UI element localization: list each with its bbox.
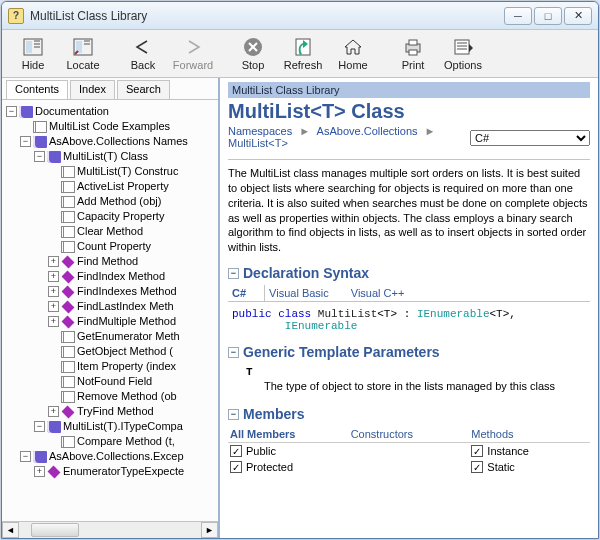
content-pane: MultiList Class Library MultiList<T> Cla… [220, 78, 598, 538]
tree-item[interactable]: +Find Method [48, 254, 138, 269]
book-open-icon [47, 421, 61, 433]
refresh-button[interactable]: Refresh [280, 36, 326, 71]
back-arrow-icon [132, 36, 154, 58]
param-name: T [246, 366, 590, 378]
print-button[interactable]: Print [390, 36, 436, 71]
crumb-current: MultiList<T> [228, 137, 288, 149]
collapse-icon[interactable]: − [228, 347, 239, 358]
svg-rect-1 [26, 41, 32, 53]
page-icon [61, 241, 75, 253]
tree-item[interactable]: Capacity Property [48, 209, 164, 224]
hide-button[interactable]: Hide [10, 36, 56, 71]
forward-arrow-icon [182, 36, 204, 58]
crumb-namespaces[interactable]: Namespaces [228, 125, 292, 137]
tree-item[interactable]: Remove Method (ob [48, 389, 177, 404]
tree-item[interactable]: GetObject Method ( [48, 344, 173, 359]
tree-item[interactable]: Clear Method [48, 224, 143, 239]
section-members[interactable]: − Members [228, 406, 590, 422]
tree-item[interactable]: +FindLastIndex Meth [48, 299, 174, 314]
tree-item[interactable]: MultiList Code Examples [20, 119, 170, 134]
content-header-bar: MultiList Class Library [228, 82, 590, 98]
tree-item[interactable]: −AsAbove.Collections.Excep [20, 449, 184, 464]
page-icon [61, 196, 75, 208]
members-tab-all[interactable]: All Members [228, 426, 349, 442]
tab-index[interactable]: Index [70, 80, 115, 99]
page-icon [61, 376, 75, 388]
diamond-icon [62, 315, 75, 328]
book-open-icon [33, 451, 47, 463]
scroll-left-button[interactable]: ◄ [2, 522, 19, 538]
diamond-icon [48, 465, 61, 478]
tree-item[interactable]: +FindMultiple Method [48, 314, 176, 329]
page-icon [61, 346, 75, 358]
diamond-icon [62, 255, 75, 268]
tree-item[interactable]: −MultiList(T) Class [34, 149, 148, 164]
svg-rect-14 [455, 40, 469, 54]
members-tab-methods[interactable]: Methods [469, 426, 590, 442]
diamond-icon [62, 405, 75, 418]
tree-item[interactable]: −AsAbove.Collections Names [20, 134, 188, 149]
scroll-thumb[interactable] [31, 523, 79, 537]
collapse-icon[interactable]: − [228, 409, 239, 420]
svg-rect-12 [409, 40, 417, 45]
tree-item[interactable]: NotFound Field [48, 374, 152, 389]
language-select[interactable]: C# [470, 130, 590, 146]
checkbox-protected[interactable]: ✓ [230, 461, 242, 473]
print-icon [402, 36, 424, 58]
tab-contents[interactable]: Contents [6, 80, 68, 99]
checkbox-static[interactable]: ✓ [471, 461, 483, 473]
tree-item[interactable]: MultiList(T) Construc [48, 164, 178, 179]
refresh-icon [292, 36, 314, 58]
tree-item[interactable]: Count Property [48, 239, 151, 254]
diamond-icon [62, 270, 75, 283]
tree-root[interactable]: −Documentation [6, 104, 109, 119]
horizontal-scrollbar[interactable]: ◄ ► [2, 521, 218, 538]
options-icon [452, 36, 474, 58]
stop-button[interactable]: Stop [230, 36, 276, 71]
langtab-vb[interactable]: Visual Basic [265, 285, 347, 301]
back-button[interactable]: Back [120, 36, 166, 71]
tree-item[interactable]: +TryFind Method [48, 404, 154, 419]
breadcrumb: Namespaces ► AsAbove.Collections ► Multi… [228, 123, 470, 153]
close-button[interactable]: ✕ [564, 7, 592, 25]
page-icon [61, 181, 75, 193]
options-button[interactable]: Options [440, 36, 486, 71]
scroll-right-button[interactable]: ► [201, 522, 218, 538]
members-tab-ctors[interactable]: Constructors [349, 426, 470, 442]
section-declaration[interactable]: − Declaration Syntax [228, 265, 590, 281]
help-app-icon [8, 8, 24, 24]
checkbox-instance[interactable]: ✓ [471, 445, 483, 457]
class-description: The MultiList class manages multiple sor… [228, 166, 590, 255]
tree-item[interactable]: Item Property (index [48, 359, 176, 374]
home-button[interactable]: Home [330, 36, 376, 71]
locate-icon [72, 36, 94, 58]
tree-item[interactable]: +FindIndex Method [48, 269, 165, 284]
langtab-vcpp[interactable]: Visual C++ [347, 285, 423, 301]
page-icon [33, 121, 47, 133]
tree-item[interactable]: Add Method (obj) [48, 194, 161, 209]
section-generic-params[interactable]: − Generic Template Parameters [228, 344, 590, 360]
home-icon [342, 36, 364, 58]
book-open-icon [47, 151, 61, 163]
tree-item[interactable]: +FindIndexes Method [48, 284, 177, 299]
checkbox-public[interactable]: ✓ [230, 445, 242, 457]
nav-tabs: Contents Index Search [2, 78, 218, 100]
chevron-right-icon: ► [421, 125, 440, 137]
forward-button[interactable]: Forward [170, 36, 216, 71]
minimize-button[interactable]: ─ [504, 7, 532, 25]
titlebar: MultiList Class Library ─ □ ✕ [2, 2, 598, 30]
contents-tree[interactable]: −Documentation MultiList Code Examples −… [2, 100, 218, 521]
tree-item[interactable]: −MultiList(T).ITypeCompa [34, 419, 183, 434]
locate-button[interactable]: Locate [60, 36, 106, 71]
tree-item[interactable]: +EnumeratorTypeExpecte [34, 464, 184, 479]
tree-item[interactable]: Compare Method (t, [48, 434, 175, 449]
tree-item[interactable]: GetEnumerator Meth [48, 329, 180, 344]
crumb-collection[interactable]: AsAbove.Collections [317, 125, 418, 137]
tree-item[interactable]: ActiveList Property [48, 179, 169, 194]
maximize-button[interactable]: □ [534, 7, 562, 25]
page-icon [61, 331, 75, 343]
diamond-icon [62, 300, 75, 313]
langtab-csharp[interactable]: C# [228, 285, 265, 301]
collapse-icon[interactable]: − [228, 268, 239, 279]
tab-search[interactable]: Search [117, 80, 170, 99]
